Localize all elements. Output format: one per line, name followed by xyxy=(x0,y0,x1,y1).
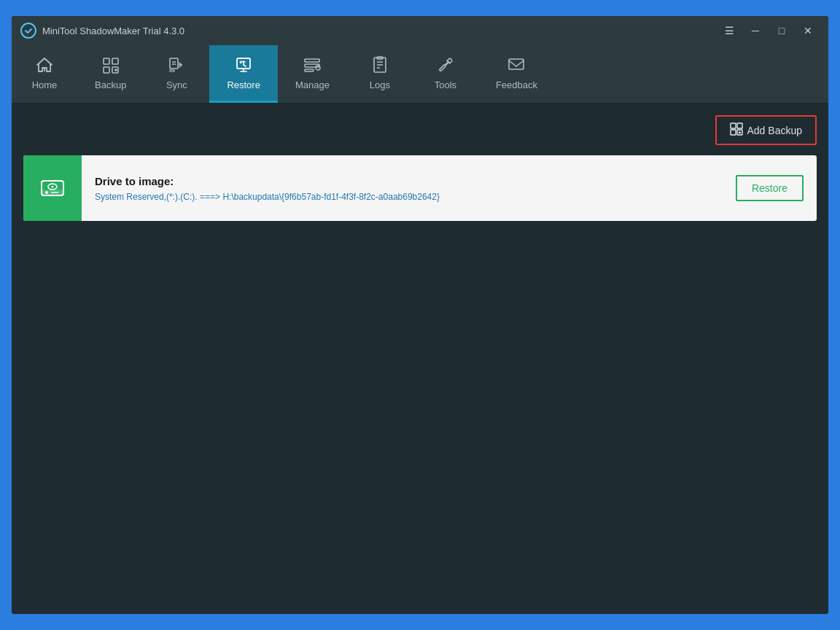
maximize-icon: □ xyxy=(779,25,785,36)
app-logo xyxy=(20,23,36,39)
add-backup-icon xyxy=(730,122,743,138)
sync-icon xyxy=(167,56,186,77)
svg-point-16 xyxy=(316,66,320,70)
manage-label: Manage xyxy=(295,79,330,90)
tools-icon xyxy=(436,56,455,77)
svg-rect-29 xyxy=(731,130,736,135)
backup-card-body: Drive to image: System Reserved,(*:).(C:… xyxy=(82,155,736,221)
drive-icon xyxy=(38,174,67,203)
svg-point-38 xyxy=(52,186,54,188)
title-bar: MiniTool ShadowMaker Trial 4.3.0 ☰ ─ □ ✕ xyxy=(12,16,828,45)
svg-rect-4 xyxy=(104,67,109,73)
toolbar: Add Backup xyxy=(23,115,817,145)
backup-card-icon-area xyxy=(23,155,82,221)
home-icon xyxy=(35,56,54,77)
minimize-icon: ─ xyxy=(752,25,759,36)
logs-icon xyxy=(370,56,389,77)
add-backup-label: Add Backup xyxy=(747,125,803,136)
svg-rect-26 xyxy=(509,59,524,69)
window-controls: ☰ ─ □ ✕ xyxy=(718,20,820,41)
svg-rect-3 xyxy=(112,58,118,64)
app-title: MiniTool ShadowMaker Trial 4.3.0 xyxy=(42,26,718,36)
restore-button[interactable]: Restore xyxy=(736,175,804,201)
backup-icon xyxy=(101,56,120,77)
nav-tools[interactable]: Tools xyxy=(413,45,478,103)
restore-icon xyxy=(234,56,253,77)
sync-label: Sync xyxy=(166,79,187,90)
nav-feedback[interactable]: Feedback xyxy=(478,45,555,103)
backup-card: Drive to image: System Reserved,(*:).(C:… xyxy=(23,155,817,221)
maximize-button[interactable]: □ xyxy=(770,20,793,41)
nav-sync[interactable]: Sync xyxy=(144,45,209,103)
svg-rect-11 xyxy=(170,70,174,71)
tools-label: Tools xyxy=(435,79,456,90)
backup-card-path: System Reserved,(*:).(C:). ===> H:\backu… xyxy=(95,192,723,202)
svg-rect-28 xyxy=(737,123,742,128)
content-area: Add Backup Drive to image: System Reserv… xyxy=(12,104,828,614)
manage-icon xyxy=(303,56,322,77)
svg-rect-15 xyxy=(305,69,314,71)
nav-home[interactable]: Home xyxy=(12,45,77,103)
nav-manage[interactable]: Manage xyxy=(278,45,347,103)
svg-point-35 xyxy=(45,191,48,194)
app-window: MiniTool ShadowMaker Trial 4.3.0 ☰ ─ □ ✕ xyxy=(12,16,828,614)
nav-bar: Home Backup xyxy=(12,45,828,104)
home-label: Home xyxy=(32,79,58,90)
nav-logs[interactable]: Logs xyxy=(347,45,413,103)
svg-point-0 xyxy=(21,23,36,38)
svg-rect-27 xyxy=(731,123,736,128)
restore-label: Restore xyxy=(227,79,260,90)
nav-backup[interactable]: Backup xyxy=(77,45,144,103)
svg-rect-8 xyxy=(170,58,178,69)
nav-restore[interactable]: Restore xyxy=(209,45,278,103)
backup-card-actions: Restore xyxy=(736,155,817,221)
feedback-label: Feedback xyxy=(496,79,537,90)
svg-rect-13 xyxy=(305,59,319,62)
backup-card-title: Drive to image: xyxy=(95,175,723,187)
backup-label: Backup xyxy=(95,79,126,90)
add-backup-button[interactable]: Add Backup xyxy=(715,115,817,145)
logs-label: Logs xyxy=(370,79,390,90)
menu-button[interactable]: ☰ xyxy=(718,20,741,41)
close-button[interactable]: ✕ xyxy=(796,20,820,41)
svg-rect-2 xyxy=(104,58,109,64)
close-icon: ✕ xyxy=(804,25,812,36)
feedback-icon xyxy=(507,56,526,77)
minimize-button[interactable]: ─ xyxy=(744,20,767,41)
menu-icon: ☰ xyxy=(725,25,734,36)
